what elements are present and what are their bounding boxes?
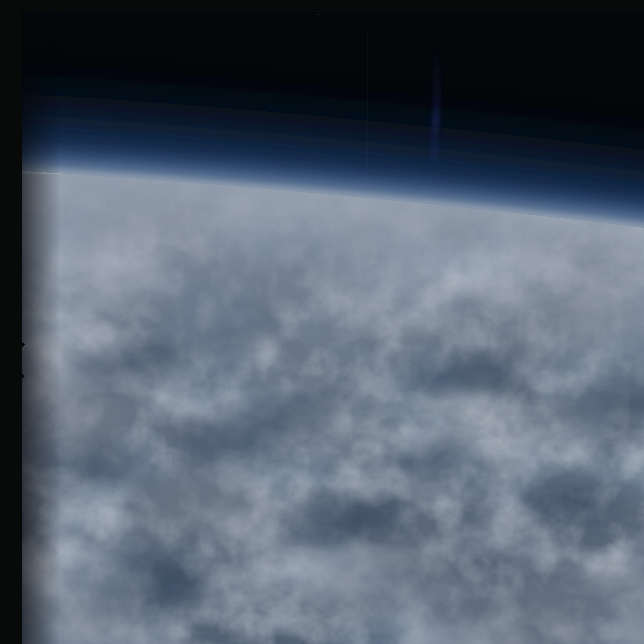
film-frame: 096 725 STS-101 071149 000520 — [0, 0, 644, 644]
edge-vignette — [22, 12, 61, 644]
earth-photo — [22, 12, 644, 644]
earth-photo-art — [22, 12, 644, 644]
